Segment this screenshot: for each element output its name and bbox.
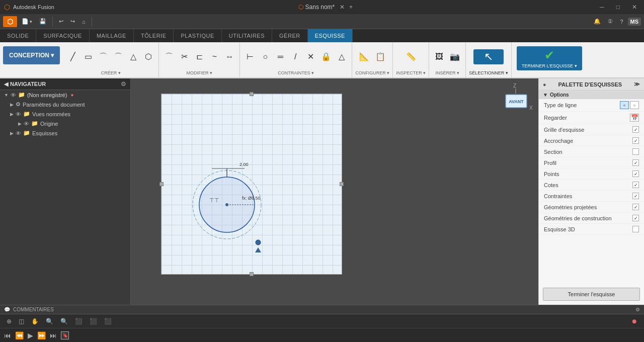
- help-btn[interactable]: ?: [617, 18, 625, 26]
- options-section-header[interactable]: ▼ Options: [539, 91, 644, 99]
- close-tab-btn[interactable]: ✕: [340, 4, 345, 11]
- constr-c1[interactable]: ⊢: [243, 51, 257, 62]
- tl-play-btn[interactable]: ▶: [28, 331, 33, 339]
- modifier-label[interactable]: MODIFIER ▾: [187, 69, 213, 75]
- constr-c3[interactable]: ═: [273, 51, 287, 62]
- constr-c4[interactable]: /: [288, 51, 302, 62]
- conception-btn[interactable]: CONCEPTION ▾: [3, 46, 60, 64]
- fillet-tool[interactable]: ⌒: [162, 51, 176, 62]
- palette-expand-btn[interactable]: ≫: [634, 81, 640, 88]
- contraintes-label[interactable]: CONTRAINTES ▾: [278, 69, 314, 75]
- nav-item-root[interactable]: ▼ 👁 📁 (Non enregistré) ●: [0, 90, 130, 100]
- tab-maillage[interactable]: MAILLAGE: [90, 29, 134, 42]
- handle-bottom-center[interactable]: [250, 272, 254, 276]
- mirror-tool[interactable]: ~: [207, 51, 221, 62]
- line-tool[interactable]: ╱: [66, 51, 80, 62]
- constr-c2[interactable]: ○: [258, 51, 272, 62]
- ins-img-tool[interactable]: 🖼: [432, 51, 446, 62]
- zoom-minus-btn[interactable]: 🔍: [43, 317, 56, 326]
- selectionner-btn[interactable]: ↖: [473, 49, 504, 64]
- tab-tolerie[interactable]: TÔLERIE: [134, 29, 174, 42]
- nav-settings-btn[interactable]: ⚙: [121, 80, 126, 88]
- points-checkbox[interactable]: [632, 170, 639, 177]
- tl-last-btn[interactable]: ⏭: [50, 331, 57, 339]
- geom-proj-checkbox[interactable]: [632, 204, 639, 210]
- tl-next-btn[interactable]: ⏩: [37, 331, 46, 339]
- terminer-esquisse-ribbon-btn[interactable]: ✔ TERMINER L'ESQUISSE ▾: [517, 46, 582, 70]
- esquisse3d-checkbox[interactable]: [632, 226, 639, 232]
- nav-collapse-btn[interactable]: ◀: [4, 81, 8, 88]
- ins-cam-tool[interactable]: 📷: [447, 51, 462, 62]
- redo-btn[interactable]: ↪: [68, 17, 77, 26]
- tab-esquisse[interactable]: ESQUISSE: [308, 29, 353, 42]
- nav-item-origine[interactable]: ▶ 👁 📁 Origine: [0, 119, 130, 128]
- lt-btn-1[interactable]: <: [620, 101, 629, 109]
- display1-btn[interactable]: ⬛: [72, 317, 85, 326]
- creer-label[interactable]: CRÉER ▾: [101, 69, 121, 75]
- tl-prev-btn[interactable]: ⏪: [15, 331, 24, 339]
- app-menu-btn[interactable]: ⬡: [3, 16, 17, 27]
- undo-btn[interactable]: ↩: [56, 17, 66, 26]
- hex-tool[interactable]: ⬡: [141, 51, 155, 62]
- constr-c6[interactable]: 🔒: [318, 51, 334, 62]
- terminer-esquisse-palette-btn[interactable]: Terminer l'esquisse: [543, 288, 640, 301]
- tab-surfacique[interactable]: SURFACIQUE: [36, 29, 90, 42]
- stretch-tool[interactable]: ↔: [222, 51, 236, 62]
- display3-btn[interactable]: ⬛: [102, 317, 114, 326]
- viewport-cube[interactable]: Z AVANT X: [498, 83, 533, 119]
- tab-gerer[interactable]: GÉRER: [272, 29, 308, 42]
- constr-c7[interactable]: △: [335, 51, 349, 62]
- snap-btn[interactable]: ⊕: [4, 317, 14, 326]
- ins1-tool[interactable]: 📏: [404, 51, 419, 62]
- new-btn[interactable]: 📄▾: [19, 17, 35, 26]
- close-btn[interactable]: ✕: [629, 3, 640, 12]
- nav-item-esquisses[interactable]: ▶ 👁 📁 Esquisses: [0, 128, 130, 138]
- contraintes-checkbox[interactable]: [632, 193, 639, 199]
- notifications-btn[interactable]: 🔔: [591, 17, 603, 26]
- arc-tool[interactable]: ⌒: [111, 51, 125, 62]
- cfg1-tool[interactable]: 📐: [357, 51, 372, 62]
- inspecter-label[interactable]: INSPECTER ▾: [396, 69, 426, 75]
- maximize-btn[interactable]: □: [613, 3, 623, 12]
- geom-const-checkbox[interactable]: [632, 215, 639, 221]
- cfg2-tool[interactable]: 📋: [373, 51, 388, 62]
- pan-btn[interactable]: ✋: [29, 317, 41, 326]
- tl-marker[interactable]: 🔖: [61, 331, 69, 339]
- display2-btn[interactable]: ⬛: [87, 317, 100, 326]
- minimize-btn[interactable]: ─: [597, 3, 607, 12]
- tl-first-btn[interactable]: ⏮: [4, 331, 11, 339]
- cotes-checkbox[interactable]: [632, 182, 639, 188]
- trim-tool[interactable]: ✂: [177, 51, 191, 62]
- save-btn[interactable]: 💾: [37, 17, 49, 26]
- user-avatar[interactable]: MS: [628, 18, 641, 26]
- handle-top-center[interactable]: [250, 92, 254, 96]
- zoom-plus-btn[interactable]: 🔍: [58, 317, 70, 326]
- comments-settings-btn[interactable]: ⚙: [635, 307, 640, 312]
- add-tab-btn[interactable]: +: [349, 4, 353, 11]
- grille-checkbox[interactable]: [632, 126, 639, 133]
- poly-tool[interactable]: △: [126, 51, 140, 62]
- profil-checkbox[interactable]: [632, 159, 639, 166]
- home-btn[interactable]: ⌂: [79, 18, 88, 26]
- inserer-label[interactable]: INSÉRER ▾: [436, 69, 460, 75]
- canvas-area[interactable]: -75 -50 -25 2.00: [131, 78, 538, 305]
- nav-item-params[interactable]: ▶ ⚙ Paramètres du document: [0, 100, 130, 109]
- configurer-label[interactable]: CONFIGURER ▾: [355, 69, 389, 75]
- regarder-btn[interactable]: 📅: [630, 114, 639, 122]
- accrochage-checkbox[interactable]: [632, 137, 639, 144]
- handle-left-center[interactable]: [159, 182, 164, 186]
- offset-tool[interactable]: ⊏: [192, 51, 206, 62]
- selectionner-label[interactable]: SÉLECTIONNER ▾: [469, 69, 508, 75]
- section-checkbox[interactable]: [632, 148, 639, 155]
- record-btn[interactable]: ⏺: [629, 317, 640, 326]
- circle-tool[interactable]: ⌒: [96, 51, 110, 62]
- tab-plastique[interactable]: PLASTIQUE: [174, 29, 221, 42]
- handle-right-center[interactable]: [340, 182, 344, 186]
- lt-btn-2[interactable]: ○: [630, 101, 639, 109]
- tab-solide[interactable]: SOLIDE: [0, 29, 36, 42]
- rect-tool[interactable]: ▭: [81, 51, 95, 62]
- capture-btn[interactable]: ◫: [16, 317, 27, 326]
- nav-item-vues[interactable]: ▶ 👁 📁 Vues nommées: [0, 109, 130, 119]
- tab-utilitaires[interactable]: UTILITAIRES: [222, 29, 272, 42]
- user-count-btn[interactable]: ①: [605, 17, 615, 26]
